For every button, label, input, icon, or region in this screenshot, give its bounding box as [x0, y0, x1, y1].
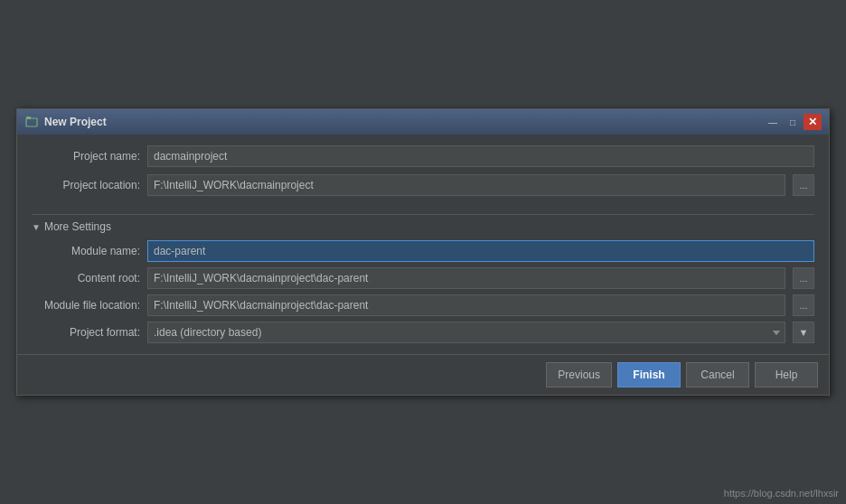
module-name-label: Module name:: [32, 245, 140, 257]
project-name-label: Project name:: [32, 150, 140, 163]
finish-button[interactable]: Finish: [617, 362, 681, 387]
content-root-label: Content root:: [32, 272, 140, 285]
module-file-location-browse-button[interactable]: ...: [793, 294, 814, 316]
minimize-button[interactable]: —: [764, 114, 782, 130]
content-root-input[interactable]: [147, 267, 785, 289]
more-settings-triangle-icon: ▼: [32, 222, 41, 232]
project-format-select-wrapper: .idea (directory based): [147, 322, 785, 343]
module-name-input[interactable]: [147, 240, 814, 262]
content-root-browse-button[interactable]: ...: [793, 267, 814, 289]
more-settings-label: More Settings: [44, 220, 111, 233]
project-format-row: Project format: .idea (directory based) …: [32, 322, 814, 343]
project-format-label: Project format:: [32, 326, 140, 339]
title-bar: New Project — □ ✕: [17, 109, 829, 135]
more-settings-header[interactable]: ▼ More Settings: [32, 220, 814, 233]
new-project-dialog: New Project — □ ✕ Project name: Project …: [16, 108, 830, 396]
dialog-footer: Previous Finish Cancel Help: [17, 354, 829, 395]
project-name-input[interactable]: [147, 145, 814, 167]
project-format-select[interactable]: .idea (directory based): [147, 322, 785, 343]
maximize-button[interactable]: □: [784, 114, 802, 130]
project-location-input[interactable]: [147, 174, 785, 196]
module-name-row: Module name:: [32, 240, 814, 262]
previous-button[interactable]: Previous: [546, 362, 612, 387]
svg-rect-1: [26, 117, 31, 119]
project-icon: [24, 115, 39, 129]
module-file-location-label: Module file location:: [32, 299, 140, 312]
module-file-location-input[interactable]: [147, 294, 785, 316]
project-location-row: Project location: ...: [32, 174, 814, 196]
more-settings-section: ▼ More Settings Module name: Content roo…: [32, 214, 814, 343]
project-location-browse-button[interactable]: ...: [793, 174, 814, 196]
content-root-row: Content root: ...: [32, 267, 814, 289]
dialog-body: Project name: Project location: ... ▼ Mo…: [17, 135, 829, 354]
project-format-dropdown-button[interactable]: ▼: [793, 322, 814, 343]
watermark: https://blog.csdn.net/lhxsir: [724, 488, 839, 499]
help-button[interactable]: Help: [755, 362, 818, 387]
close-button[interactable]: ✕: [804, 114, 822, 130]
cancel-button[interactable]: Cancel: [686, 362, 749, 387]
title-bar-controls: — □ ✕: [764, 114, 822, 130]
svg-rect-0: [26, 118, 37, 126]
dialog-title: New Project: [44, 116, 107, 128]
title-bar-left: New Project: [24, 115, 107, 129]
project-location-label: Project location:: [32, 179, 140, 191]
module-file-location-row: Module file location: ...: [32, 294, 814, 316]
project-name-row: Project name:: [32, 145, 814, 167]
